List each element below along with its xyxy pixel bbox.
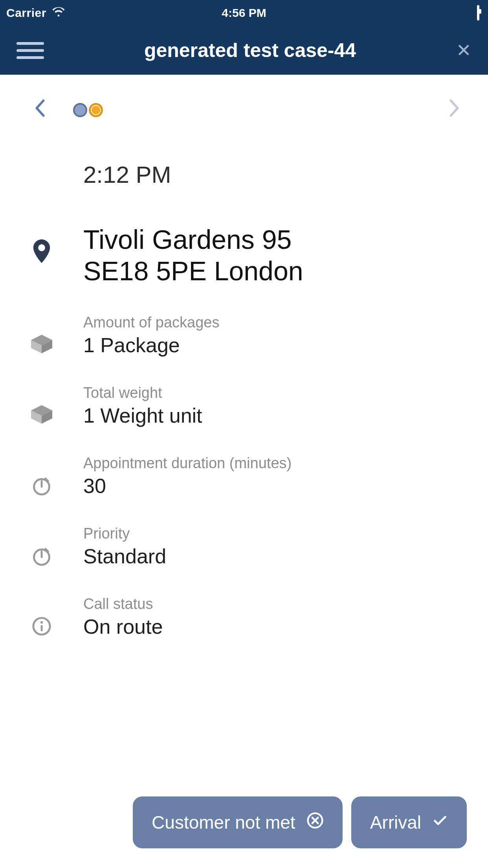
arrival-label: Arrival (370, 812, 421, 833)
packages-value: 1 Package (83, 333, 464, 357)
prev-button[interactable] (30, 99, 50, 121)
wifi-icon (52, 6, 65, 20)
customer-not-met-label: Customer not met (152, 812, 295, 833)
status-left: Carrier (6, 6, 65, 20)
packages-label: Amount of packages (83, 314, 464, 331)
arrival-button[interactable]: Arrival (351, 796, 467, 848)
box-icon (31, 405, 52, 424)
status-time: 4:56 PM (222, 6, 266, 20)
box-icon (31, 335, 52, 353)
status-bar: Carrier 4:56 PM (0, 0, 488, 26)
info-icon (31, 616, 52, 636)
priority-label: Priority (83, 525, 464, 542)
weight-value: 1 Weight unit (83, 404, 464, 427)
address-line1: Tivoli Gardens 95 (83, 224, 464, 255)
weight-label: Total weight (83, 384, 464, 401)
duration-label: Appointment duration (minutes) (83, 455, 464, 472)
priority-value: Standard (83, 544, 464, 568)
stopwatch-icon (31, 546, 52, 566)
close-button[interactable]: ✕ (456, 40, 471, 61)
footer-actions: Customer not met Arrival (133, 796, 467, 848)
x-circle-icon (306, 812, 324, 833)
duration-value: 30 (83, 474, 464, 498)
location-pin-icon (33, 239, 50, 263)
check-icon (432, 812, 448, 833)
status-dot-orange (89, 103, 103, 117)
battery-icon (477, 6, 479, 20)
carrier-label: Carrier (6, 6, 46, 20)
scheduled-time: 2:12 PM (83, 161, 464, 188)
call-status-value: On route (83, 615, 464, 638)
next-button[interactable] (445, 99, 464, 121)
svg-point-3 (40, 621, 43, 624)
address-line2: SE18 5PE London (83, 255, 464, 287)
svg-rect-4 (41, 625, 43, 631)
status-dots (73, 103, 103, 117)
nav-bar: generated test case-44 ✕ (0, 26, 488, 75)
address: Tivoli Gardens 95 SE18 5PE London (83, 224, 464, 287)
status-dot-blue (73, 103, 87, 117)
pager (0, 98, 488, 122)
content: 2:12 PM Tivoli Gardens 95 SE18 5PE Londo… (0, 75, 488, 638)
status-right (477, 6, 479, 20)
page-title: generated test case-44 (144, 39, 356, 62)
menu-button[interactable] (17, 42, 44, 59)
customer-not-met-button[interactable]: Customer not met (133, 796, 343, 848)
call-status-label: Call status (83, 596, 464, 612)
stopwatch-icon (31, 475, 52, 496)
